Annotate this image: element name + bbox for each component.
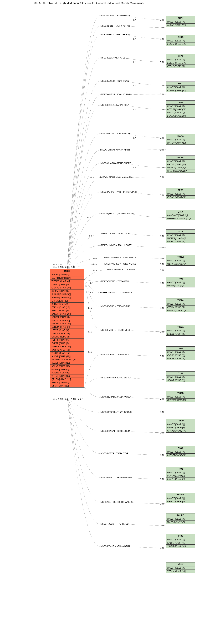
entity-field: MANDT [CLNT (3)]	[166, 58, 195, 62]
entity-field: TXJCD [CHAR (15)]	[50, 352, 84, 355]
entity-header: T300	[166, 446, 195, 450]
relation-label: IMSEG-UMCHA = MCHA-CHARG	[100, 176, 132, 178]
cardinality: 0..N	[133, 38, 136, 40]
entity-field: LGORT [CHAR (4)]	[166, 240, 195, 243]
entity-field: MANDT [CLNT (3)]	[166, 259, 195, 262]
cardinality: 0..N	[160, 235, 164, 237]
entity-field: MSEHI [UNIT (3)]	[166, 284, 195, 287]
entity-lagp: LAGPMANDT [CLNT (3)]LGNUM [CHAR (3)]LGTY…	[166, 100, 195, 118]
entity-field: MATNR [CHAR (18)]	[166, 163, 195, 166]
entity-mara: MARAMANDT [CLNT (3)]MATNR [CHAR (18)]	[166, 134, 195, 145]
cardinality: 0..N	[93, 263, 97, 266]
entity-tcurc: TCURCMANDT [CLNT (3)]WAERS [CUKY (5)]	[166, 513, 195, 524]
entity-field: MANDT [CLNT (3)]	[166, 39, 195, 42]
relation-label: IMSEG-PS_PSP_PNR = PRPS-PSPNR	[100, 191, 137, 193]
relation-label: IMSEG-LGPLA = LAGP-LGPLA	[100, 104, 129, 106]
entity-field: WAERS [CUKY (5)]	[50, 371, 84, 374]
cardinality: 0..N	[160, 257, 164, 260]
entity-header: T301	[166, 467, 195, 471]
cardinality: 0..N	[160, 502, 164, 505]
entity-t149d: T149DMANDT [CLNT (3)]BWTAR [CHAR (10)]	[166, 391, 195, 402]
entity-field: MANDT [CLNT (3)]	[166, 20, 195, 24]
entity-field: KALSM [CHAR (6)]	[166, 541, 195, 544]
relation-label: IMSEG-WERKS = T001W-WERKS	[104, 263, 136, 265]
entity-field: UMBAR [CHAR (10)]	[50, 345, 84, 348]
cardinality: 0..N	[133, 84, 136, 87]
entity-field: UMLGO [CHAR (4)]	[50, 319, 84, 322]
cardinality: 0..N	[160, 61, 164, 64]
entity-t157d: T157DMANDT [CLNT (3)]BWART [CHAR (3)]GRU…	[166, 419, 195, 432]
relation-label: IMSEG-TXJCD = TTXJ-TXJCD	[100, 523, 128, 525]
cardinality: 0..N	[160, 26, 164, 29]
entity-field: MANDT [CLNT (3)]	[166, 471, 195, 474]
cardinality: 0..N	[89, 246, 93, 249]
cardinality: 0..N	[160, 478, 164, 480]
entity-header: IMSEG	[50, 269, 84, 273]
entity-t027c: T027CMANDT [CLNT (3)]EVERS [CHAR (2)]EVE…	[166, 346, 195, 360]
cardinality: 0..N	[160, 454, 164, 456]
entity-t148: T148MANDT [CLNT (3)]SOBKZ [CHAR (1)]	[166, 371, 195, 382]
entity-field: EBELN [CHAR (10)]	[166, 42, 195, 46]
entity-field: AUFNR [CHAR (12)]	[50, 355, 84, 358]
entity-field: WERKS [CHAR (4)]	[166, 166, 195, 170]
cardinality: 0..N	[160, 194, 164, 196]
cardinality: 0..N	[89, 194, 93, 196]
entity-field: MANDT [CLNT (3)]	[166, 138, 195, 142]
relation-label: IMSEG-BEMOT = TBMOT-BEMOT	[100, 476, 132, 479]
relation-label: IMSEG-MWSKZ = T007A-MWSKZ	[100, 292, 132, 294]
cardinality: 0..N	[88, 307, 92, 309]
entity-qals: QALSMANDANT [CLNT (3)]PRUEFLOS [NUMC (12…	[166, 210, 195, 220]
entity-field: VPTNR [CHAR (10)]	[50, 374, 84, 378]
entity-kna1: KNA1MANDT [CLNT (3)]KUNNR [CHAR (10)]	[166, 82, 195, 92]
entity-field: CHARG [CHAR (10)]	[50, 286, 84, 290]
cardinality: 0..N	[160, 137, 164, 139]
entity-field: MANDT [CLNT (3)]	[166, 450, 195, 454]
cardinality: 0..N	[160, 19, 164, 21]
cardinality: 0..N	[93, 269, 97, 272]
entity-header: TBMOT	[166, 493, 195, 497]
cardinality: 0..N	[133, 19, 136, 21]
entity-field: VBELN [CHAR (10)]	[166, 570, 195, 573]
entity-imseg: IMSEG BWART [CHAR (3)]MATNR [CHAR (18)]W…	[50, 269, 84, 388]
entity-field: KUNNR [CHAR (10)]	[50, 293, 84, 296]
entity-field: MANDT [CLNT (3)]	[166, 281, 195, 284]
entity-field: BWART [CHAR (3)]	[50, 273, 84, 276]
entity-header: VBUK	[166, 562, 195, 566]
entity-field: EBELP [NUMC (5)]	[166, 65, 195, 68]
entity-header: T148	[166, 372, 195, 376]
relation-label: IMSEG-UMWRK = T001W-WERKS	[104, 256, 136, 259]
entity-field: SOBKZ [CHAR (1)]	[50, 290, 84, 293]
cardinality: 0..N	[160, 263, 164, 266]
entity-field: MANDT [CLNT (3)]	[166, 302, 195, 306]
cardinality: 0..N	[160, 547, 164, 549]
entity-tbmot: TBMOTMANDT [CLNT (3)]BEMOT [CHAR (2)]	[166, 493, 195, 503]
entity-ekko: EKKOMANDT [CLNT (3)]EBELN [CHAR (10)]	[166, 35, 195, 46]
relation-label: IMSEG-LGTYP = T301-LGTYP	[100, 452, 128, 454]
entity-field: PRUEFLOS [NUMC (12)]	[166, 217, 195, 220]
relation-label: IMSEG-LGNUM = T300-LGNUM	[100, 430, 130, 432]
cardinality: 0..N	[90, 282, 93, 284]
entity-field: MANDT [CLNT (3)]	[166, 234, 195, 237]
relation-label: IMSEG-CHARG = MCHA-CHARG	[100, 162, 131, 164]
entity-field: UMMAT [CHAR (18)]	[50, 312, 84, 316]
diagram-container: IMSEG BWART [CHAR (3)]MATNR [CHAR (18)]W…	[2, 6, 218, 642]
entity-field: MANDT [CLNT (3)]	[166, 160, 195, 163]
entity-field: LGORT [CHAR (4)]	[50, 283, 84, 286]
relation-label: IMSEG-KDAUF = VBUK-VBELN	[100, 545, 130, 548]
relation-label: IMSEG-EVERS = T027A-EVERS	[100, 305, 130, 308]
entity-mcha: MCHAMANDT [CLNT (3)]MATNR [CHAR (18)]WER…	[166, 156, 195, 173]
cardinality: 0..N	[160, 93, 164, 96]
entity-field: ERFME [UNIT (3)]	[50, 299, 84, 302]
cardinality: 0..N	[88, 351, 92, 353]
entity-field: BEMOT [CHAR (2)]	[50, 381, 84, 384]
entity-header: T007A	[166, 298, 195, 302]
entity-field: MATNR [CHAR (18)]	[166, 142, 195, 144]
cardinality: 0..N	[160, 148, 164, 151]
entity-field: GRUND [NUMC (4)]	[166, 429, 195, 432]
entity-header: T027A	[166, 325, 195, 329]
relation-label: IMSEG-BWTAR = T149D-BWTAR	[100, 376, 131, 379]
entity-field: TXJCD [CHAR (15)]	[166, 544, 195, 548]
entity-header: QALS	[166, 210, 195, 214]
entity-ttxj: TTXJMANDT [CLNT (3)]KALSM [CHAR (6)]TXJC…	[166, 534, 195, 548]
entity-field: EBELN [CHAR (10)]	[50, 306, 84, 309]
